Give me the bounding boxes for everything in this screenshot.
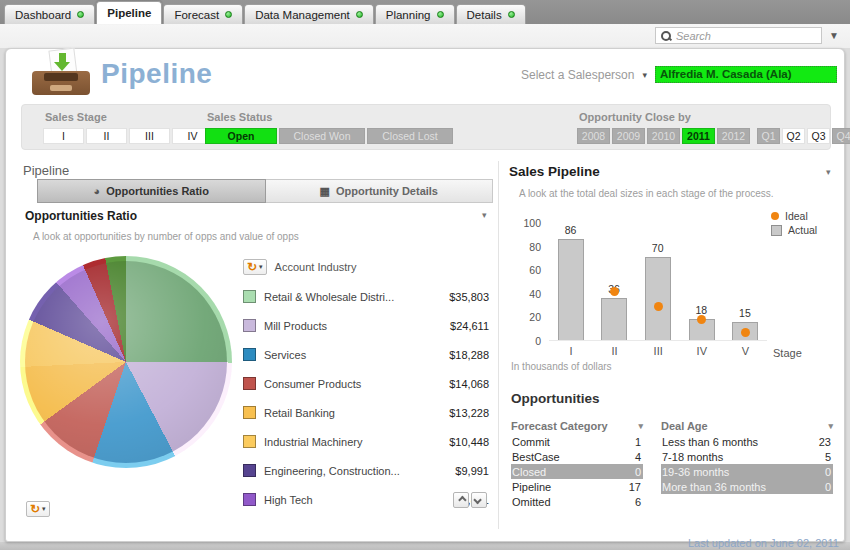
legend-actual-label: Actual — [788, 224, 817, 236]
year-button-2009[interactable]: 2009 — [612, 128, 645, 144]
legend-item-retail-banking[interactable]: Retail Banking$13,228 — [243, 398, 489, 427]
pie-chart[interactable] — [20, 256, 232, 468]
search-dropdown-icon[interactable]: ▼ — [829, 30, 839, 41]
tab-data-management[interactable]: Data Management — [244, 4, 374, 24]
year-button-2008[interactable]: 2008 — [577, 128, 610, 144]
view-tab-opportunity-details[interactable]: ▦Opportunity Details — [266, 179, 494, 203]
row-value: 0 — [825, 481, 831, 493]
cycle-dimension-button[interactable]: ↻▾ — [243, 259, 267, 275]
search-input[interactable] — [676, 30, 806, 42]
row-value: 23 — [819, 436, 831, 448]
legend-item-value: $18,288 — [449, 349, 489, 361]
pie-menu-caret-icon[interactable]: ▾ — [482, 210, 487, 220]
row-label: Omitted — [512, 496, 551, 508]
quarter-button-q1[interactable]: Q1 — [757, 128, 780, 144]
table-sort-caret-icon[interactable]: ▾ — [828, 421, 833, 431]
table-row-closed[interactable]: Closed0 — [511, 464, 643, 479]
y-tick-label: 40 — [513, 288, 541, 300]
legend-item-retail-wholesale-distri[interactable]: Retail & Wholesale Distri...$35,803 — [243, 282, 489, 311]
row-label: Less than 6 months — [662, 436, 758, 448]
tab-label: Dashboard — [15, 9, 71, 21]
row-value: 4 — [635, 451, 641, 463]
row-value: 0 — [825, 466, 831, 478]
table-row-less-than-6-months[interactable]: Less than 6 months23 — [661, 434, 833, 449]
view-tab-opportunities-ratio[interactable]: ◕Opportunities Ratio — [37, 179, 266, 203]
stage-button-i[interactable]: I — [43, 128, 84, 144]
pipeline-tray-icon — [30, 53, 94, 97]
tab-label: Pipeline — [107, 7, 151, 19]
table-icon: ▦ — [320, 185, 330, 198]
bar-chart-legend: Ideal Actual — [771, 209, 817, 237]
legend-item-label: Services — [264, 349, 449, 361]
table-header-deal-age[interactable]: Deal Age▾ — [661, 417, 833, 434]
status-button-open[interactable]: Open — [205, 128, 277, 144]
tab-planning[interactable]: Planning — [375, 4, 455, 24]
tab-status-dot-icon — [437, 11, 444, 18]
legend-item-value: $9,991 — [455, 465, 489, 477]
table-sort-caret-icon[interactable]: ▾ — [638, 421, 643, 431]
row-label: Closed — [512, 466, 546, 478]
year-button-2010[interactable]: 2010 — [647, 128, 680, 144]
legend-item-mill-products[interactable]: Mill Products$24,611 — [243, 311, 489, 340]
tab-details[interactable]: Details — [456, 4, 526, 24]
table-row-19-36-months[interactable]: 19-36 months0 — [661, 464, 833, 479]
year-button-2011[interactable]: 2011 — [682, 128, 715, 144]
search-box[interactable] — [655, 27, 822, 44]
bar-value-label: 15 — [723, 307, 766, 319]
opportunities-title: Opportunities — [511, 391, 600, 406]
table-row-omitted[interactable]: Omitted6 — [511, 494, 643, 509]
tab-pipeline[interactable]: Pipeline — [96, 1, 162, 24]
ideal-point-stage-ii — [610, 287, 619, 296]
status-button-closed-lost[interactable]: Closed Lost — [367, 128, 453, 144]
table-row-pipeline[interactable]: Pipeline17 — [511, 479, 643, 494]
quarter-button-q4[interactable]: Q4 — [832, 128, 850, 144]
table-row-more-than-36-months[interactable]: More than 36 months0 — [661, 479, 833, 494]
tab-dashboard[interactable]: Dashboard — [4, 4, 95, 24]
bar-menu-caret-icon[interactable]: ▾ — [826, 167, 831, 177]
row-label: Pipeline — [512, 481, 551, 493]
table-row-commit[interactable]: Commit1 — [511, 434, 643, 449]
row-label: Commit — [512, 436, 550, 448]
page-title: Pipeline — [101, 58, 212, 90]
status-button-closed-won[interactable]: Closed Won — [279, 128, 365, 144]
table-row-bestcase[interactable]: BestCase4 — [511, 449, 643, 464]
row-label: 7-18 months — [662, 451, 723, 463]
pie-icon: ◕ — [94, 185, 101, 197]
legend-item-industrial-machinery[interactable]: Industrial Machinery$10,448 — [243, 427, 489, 456]
legend-item-consumer-products[interactable]: Consumer Products$14,068 — [243, 369, 489, 398]
scroll-up-button[interactable] — [453, 492, 469, 508]
salesperson-value[interactable]: Alfredia M. Casada (Ala) — [655, 66, 837, 83]
bar-stage-iii[interactable] — [645, 257, 671, 340]
sales-status-label: Sales Status — [207, 111, 272, 123]
quarter-button-q2[interactable]: Q2 — [782, 128, 805, 144]
pie-legend: Retail & Wholesale Distri...$35,803Mill … — [243, 282, 489, 514]
close-by-label: Opportunity Close by — [579, 111, 691, 123]
table-header-label: Forecast Category — [511, 420, 608, 432]
salesperson-dropdown-icon[interactable]: ▾ — [642, 70, 647, 80]
legend-item-value: $13,228 — [449, 407, 489, 419]
legend-item-engineering-construction[interactable]: Engineering, Construction...$9,991 — [243, 456, 489, 485]
bar-chart-subtitle: A look at the total deal sizes in each s… — [519, 188, 774, 199]
pie-chart-title: Opportunities Ratio — [25, 209, 137, 223]
legend-swatch-icon — [243, 377, 256, 390]
quarter-button-q3[interactable]: Q3 — [807, 128, 830, 144]
y-tick-label: 100 — [513, 217, 541, 229]
bar-plot-area[interactable]: 8636701815 — [549, 223, 767, 341]
legend-item-label: Retail Banking — [264, 407, 449, 419]
table-header-forecast-category[interactable]: Forecast Category▾ — [511, 417, 643, 434]
legend-ideal-label: Ideal — [785, 210, 808, 222]
bar-stage-ii[interactable] — [601, 298, 627, 340]
legend-item-label: High Tech — [264, 494, 455, 506]
row-value: 17 — [629, 481, 641, 493]
year-button-2012[interactable]: 2012 — [717, 128, 750, 144]
scroll-down-button[interactable] — [471, 492, 487, 508]
bar-stage-i[interactable] — [558, 239, 584, 340]
stage-button-iii[interactable]: III — [129, 128, 170, 144]
table-row-7-18-months[interactable]: 7-18 months5 — [661, 449, 833, 464]
forecast-category-table: Forecast Category▾Commit1BestCase4Closed… — [511, 417, 643, 509]
tab-forecast[interactable]: Forecast — [163, 4, 243, 24]
legend-item-services[interactable]: Services$18,288 — [243, 340, 489, 369]
stage-button-ii[interactable]: II — [86, 128, 127, 144]
x-tick-label: V — [723, 345, 767, 357]
cycle-dimension-button-bottom[interactable]: ↻▾ — [26, 501, 50, 517]
